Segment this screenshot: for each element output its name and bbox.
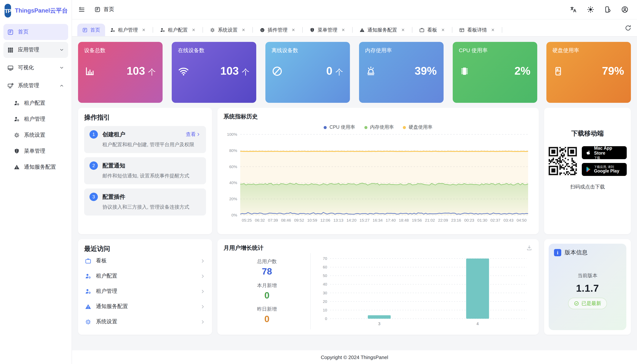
sidebar-item-notification-service-config[interactable]: 通知服务配置 bbox=[4, 160, 68, 175]
tv-icon bbox=[419, 27, 424, 32]
sidebar-item-system-settings[interactable]: 系统设置 bbox=[4, 128, 68, 143]
close-icon[interactable] bbox=[142, 28, 146, 32]
svg-text:23:16: 23:16 bbox=[451, 218, 461, 222]
svg-text:14:20: 14:20 bbox=[346, 218, 356, 222]
tab-tenant-config[interactable]: 租户配置 bbox=[155, 24, 201, 36]
svg-text:02:37: 02:37 bbox=[490, 218, 500, 222]
bar-chart-icon bbox=[84, 65, 96, 77]
sidebar-item-label: 系统管理 bbox=[18, 82, 39, 89]
sidebar-item-label: 租户配置 bbox=[24, 100, 45, 106]
guide-item-configure-notification[interactable]: 2 配置通知 邮件和短信通知, 设置系统事件提醒方式 bbox=[84, 157, 206, 184]
sidebar-menu: 首页 应用管理 可视化 系统管理 租户配置 bbox=[0, 21, 72, 176]
sidebar-item-tenant-management[interactable]: 租户管理 bbox=[4, 112, 68, 127]
sidebar-item-tenant-config[interactable]: 租户配置 bbox=[4, 96, 68, 111]
language-icon[interactable] bbox=[570, 6, 577, 13]
panel-icon bbox=[459, 27, 464, 32]
close-icon[interactable] bbox=[441, 28, 445, 32]
recent-item-system-settings[interactable]: 系统设置 bbox=[84, 314, 206, 329]
appearance-icon[interactable] bbox=[604, 6, 612, 13]
sidebar-item-system-management[interactable]: 系统管理 bbox=[4, 78, 68, 94]
guide-item-title: 配置插件 bbox=[102, 193, 125, 200]
guide-item-create-tenant[interactable]: 1 创建租户 查看 租户配置和租户创建, 管理平台用户及权限 bbox=[84, 126, 206, 153]
svg-text:21:02: 21:02 bbox=[425, 218, 435, 222]
apple-icon bbox=[585, 150, 592, 156]
svg-text:40: 40 bbox=[323, 282, 327, 286]
wifi-icon bbox=[178, 65, 189, 77]
svg-text:50: 50 bbox=[323, 274, 327, 278]
tab-plugin-management[interactable]: 插件管理 bbox=[255, 24, 300, 36]
download-mobile-panel: 下载移动端 Mac App Store 下载 bbox=[544, 108, 631, 234]
tab-home[interactable]: 首页 bbox=[77, 24, 105, 36]
close-icon[interactable] bbox=[192, 28, 196, 32]
guide-item-configure-plugin[interactable]: 3 配置插件 协议接入和三方接入, 管理设备连接方式 bbox=[84, 188, 206, 216]
tab-system-settings[interactable]: 系统设置 bbox=[205, 24, 250, 36]
warning-icon bbox=[360, 27, 365, 32]
view-link[interactable]: 查看 bbox=[186, 131, 201, 138]
stat-label: CPU 使用率 bbox=[459, 47, 531, 54]
guide-item-desc: 租户配置和租户创建, 管理平台用户及权限 bbox=[102, 141, 201, 148]
tab-notification-service-config[interactable]: 通知服务配置 bbox=[354, 24, 410, 36]
stat-new-yesterday: 昨日新增 0 bbox=[257, 306, 277, 324]
check-circle-icon bbox=[574, 300, 579, 306]
close-icon[interactable] bbox=[341, 28, 345, 32]
stat-total-users: 总用户数 78 bbox=[257, 258, 277, 277]
tab-tenant-management[interactable]: 租户管理 bbox=[105, 24, 151, 36]
theme-light-icon[interactable] bbox=[587, 6, 594, 13]
tab-label: 菜单管理 bbox=[318, 26, 337, 33]
tab-label: 租户管理 bbox=[118, 26, 138, 33]
sidebar-item-menu-management[interactable]: 菜单管理 bbox=[4, 144, 68, 159]
download-chart-icon[interactable] bbox=[526, 244, 533, 251]
tab-separator bbox=[502, 27, 502, 33]
warning-icon bbox=[85, 303, 92, 310]
footer-copyright: Copyright © 2024 ThingsPanel bbox=[72, 350, 637, 364]
chevron-right-icon bbox=[200, 274, 205, 278]
svg-text:60%: 60% bbox=[229, 164, 237, 169]
bottom-row: 最近访问 看板 租户配置 租户管理 bbox=[78, 239, 631, 334]
tv-icon bbox=[85, 258, 92, 264]
badge-label: Google Play bbox=[594, 169, 619, 174]
app-logo[interactable]: TP ThingsPanel云平台 bbox=[0, 0, 72, 21]
sidebar-item-app-management[interactable]: 应用管理 bbox=[4, 42, 68, 58]
version-number: 1.1.7 bbox=[576, 282, 599, 294]
legend-item-cpu[interactable]: CPU 使用率 bbox=[324, 124, 355, 130]
stat-value: 2% bbox=[514, 65, 530, 77]
mac-app-store-badge[interactable]: Mac App Store 下载 bbox=[582, 146, 627, 159]
svg-text:100%: 100% bbox=[227, 132, 237, 136]
svg-text:03:43: 03:43 bbox=[504, 218, 514, 222]
tab-dashboard-details[interactable]: 看板详情 bbox=[454, 24, 500, 36]
recent-item-tenant-config[interactable]: 租户配置 bbox=[84, 268, 206, 284]
breadcrumb[interactable]: 首页 bbox=[94, 6, 114, 13]
gear-icon bbox=[85, 318, 92, 325]
ban-icon bbox=[272, 65, 283, 77]
sidebar-item-home[interactable]: 首页 bbox=[4, 24, 68, 40]
stat-label: 在线设备数 bbox=[178, 47, 250, 54]
stat-card-online-devices: 在线设备数 103个 bbox=[172, 42, 256, 103]
recent-item-dashboard[interactable]: 看板 bbox=[84, 253, 206, 268]
recent-item-tenant-management[interactable]: 租户管理 bbox=[84, 284, 206, 299]
chevron-right-icon bbox=[200, 258, 205, 263]
collapse-sidebar-icon[interactable] bbox=[78, 6, 85, 13]
tab-dashboard[interactable]: 看板 bbox=[414, 24, 450, 36]
refresh-icon[interactable] bbox=[624, 24, 632, 32]
google-play-badge[interactable]: 下载应用, 请到 Google Play bbox=[582, 163, 627, 176]
top-header: 首页 bbox=[72, 0, 637, 20]
stat-cards-row: 设备总数 103个 在线设备数 103个 离线设备数 0个 内存使用率 bbox=[78, 42, 631, 103]
svg-text:08:46: 08:46 bbox=[281, 218, 291, 222]
recent-item-notification-service-config[interactable]: 通知服务配置 bbox=[84, 299, 206, 314]
close-icon[interactable] bbox=[491, 28, 495, 32]
step-number-badge: 2 bbox=[90, 162, 98, 170]
guide-item-title: 配置通知 bbox=[102, 162, 125, 169]
tab-menu-management[interactable]: 菜单管理 bbox=[304, 24, 350, 36]
legend-item-disk[interactable]: 硬盘使用率 bbox=[403, 124, 432, 130]
sidebar-item-visualization[interactable]: 可视化 bbox=[4, 60, 68, 76]
close-icon[interactable] bbox=[242, 28, 246, 32]
tab-label: 首页 bbox=[90, 26, 100, 33]
svg-text:16:34: 16:34 bbox=[372, 218, 383, 222]
close-icon[interactable] bbox=[291, 28, 296, 32]
close-icon[interactable] bbox=[401, 28, 405, 32]
legend-item-memory[interactable]: 内存使用率 bbox=[364, 124, 394, 130]
svg-text:09:52: 09:52 bbox=[294, 218, 304, 222]
user-avatar[interactable] bbox=[621, 6, 628, 13]
stat-label: 设备总数 bbox=[84, 47, 156, 54]
shield-icon bbox=[14, 148, 20, 154]
